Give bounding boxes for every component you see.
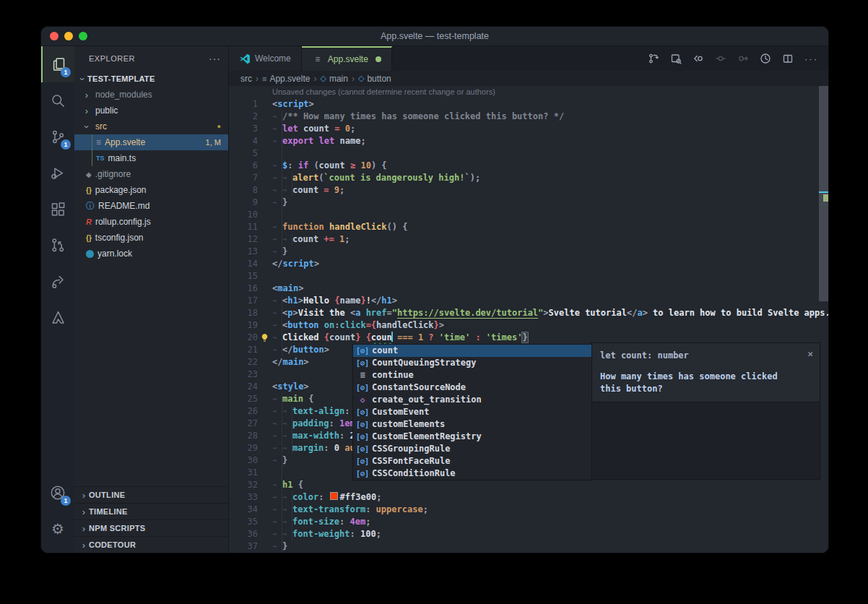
explorer-more-actions-icon[interactable]: ··· (209, 53, 221, 64)
symbol-variable-icon: [⊘] (353, 357, 372, 369)
code-line-14[interactable]: 14</script> (229, 258, 828, 270)
explorer-item--gitignore[interactable]: ◆.gitignore (74, 166, 228, 182)
activity-item-search[interactable] (41, 82, 74, 118)
breadcrumb-item-button[interactable]: ◇button (358, 74, 391, 84)
suggestion-continue[interactable]: ≡continue (353, 369, 591, 381)
activity-item-source-control[interactable]: 1 (41, 118, 74, 155)
code-line-17[interactable]: 17→<h1>Hello {name}!</h1> (229, 295, 828, 307)
activity-item-account[interactable]: 1 (41, 475, 74, 511)
activity-item-live-share[interactable] (41, 263, 74, 299)
activity-item-settings-gear[interactable]: ⚙ (41, 511, 74, 547)
compare-changes-icon[interactable] (648, 53, 659, 64)
tab-welcome[interactable]: Welcome (229, 46, 302, 71)
sidebar-panel-npm-scripts[interactable]: ›NPM SCRIPTS (74, 519, 228, 536)
explorer-item-readme-md[interactable]: ⓘREADME.md (74, 198, 228, 214)
tab-label: Welcome (255, 53, 291, 64)
explorer-item-rollup-config-js[interactable]: Rrollup.config.js (74, 214, 228, 230)
suggestion-constantsourcenode[interactable]: [⊘]ConstantSourceNode (353, 381, 591, 394)
code-line-33[interactable]: 33→→color: #ff3e00; (229, 491, 828, 504)
code-line-4[interactable]: 4→export let name; (229, 135, 828, 147)
suggestion-cssgroupingrule[interactable]: [⊘]CSSGroupingRule (353, 443, 591, 455)
activity-item-github-pr[interactable] (41, 227, 74, 263)
explorer-item-tsconfig-json[interactable]: {}tsconfig.json (74, 230, 228, 246)
activity-item-azure[interactable] (41, 299, 74, 335)
breadcrumb-item-main[interactable]: ◇main (320, 74, 347, 84)
code-line-3[interactable]: 3→let count = 0; (229, 123, 828, 135)
explorer-item-public[interactable]: ›public (74, 103, 228, 118)
code-line-8[interactable]: 8→→count = 9; (229, 184, 828, 197)
code-line-10[interactable]: 10 (229, 209, 828, 221)
breadcrumb-item-src[interactable]: src (240, 74, 252, 84)
breadcrumb-item-app-svelte[interactable]: ≡App.svelte (262, 74, 310, 84)
code-line-6[interactable]: 6→$: if (count ≥ 10) { (229, 160, 828, 172)
sidebar-explorer: EXPLORER ··· › TEST-TEMPLATE ›node_modul… (74, 46, 229, 553)
code-line-15[interactable]: 15 (229, 270, 828, 282)
code-editor[interactable]: Unsaved changes (cannot determine recent… (229, 86, 828, 553)
zoom-window-button[interactable] (79, 32, 87, 40)
code-line-11[interactable]: 11→function handleClick() { (229, 221, 828, 233)
code-line-36[interactable]: 36→→font-weight: 100; (229, 528, 828, 540)
suggestion-create_out_transition[interactable]: ◇create_out_transition (353, 394, 591, 406)
suggestion-countqueuingstrategy[interactable]: [⊘]CountQueuingStrategy (353, 357, 591, 369)
explorer-item-src[interactable]: ›src● (74, 118, 228, 134)
workspace-root-folder[interactable]: › TEST-TEMPLATE (74, 71, 228, 87)
tab-app-svelte[interactable]: ≡App.svelte (302, 46, 392, 71)
line-number: 21 (229, 344, 272, 356)
suggestion-customelementregistry[interactable]: [⊘]CustomElementRegistry (353, 431, 591, 443)
explorer-header: EXPLORER ··· (74, 46, 228, 71)
open-preview-icon[interactable] (670, 53, 682, 64)
activity-item-files[interactable]: 1 (41, 46, 74, 82)
explorer-item-node-modules[interactable]: ›node_modules (74, 87, 228, 103)
code-token: 4em (350, 517, 365, 527)
code-line-18[interactable]: 18→<p>Visit the <a href="https://svelte.… (229, 307, 828, 319)
code-line-7[interactable]: 7→→alert(`count is dangerously high!`); (229, 172, 828, 184)
code-line-32[interactable]: 32→h1 { (229, 479, 828, 491)
navigate-forward-icon[interactable] (737, 53, 749, 64)
code-line-9[interactable]: 9→} (229, 197, 828, 209)
azure-icon (50, 309, 66, 325)
code-line-16[interactable]: 16<main> (229, 282, 828, 295)
minimize-window-button[interactable] (64, 32, 73, 40)
code-line-1[interactable]: 1<script> (229, 98, 828, 111)
code-line-2[interactable]: 2→/** How many times has someone clicked… (229, 111, 828, 123)
titlebar[interactable]: App.svelte — test-template (41, 27, 828, 46)
code-line-13[interactable]: 13→} (229, 246, 828, 258)
code-line-19[interactable]: 19→<button on:click={handleClick}> (229, 319, 828, 332)
suggestion-cssfontfacerule[interactable]: [⊘]CSSFontFaceRule (353, 455, 591, 467)
sidebar-panel-outline[interactable]: ›OUTLINE (74, 486, 228, 503)
explorer-title: EXPLORER (89, 54, 135, 63)
run-profile-icon[interactable] (760, 53, 771, 64)
close-window-button[interactable] (50, 32, 58, 40)
workspace-root-label: TEST-TEMPLATE (87, 74, 155, 83)
suggestion-cssconditionrule[interactable]: [⊘]CSSConditionRule (353, 467, 591, 480)
code-token: 100 (360, 529, 376, 539)
split-editor-icon[interactable] (782, 53, 794, 64)
code-line-5[interactable]: 5 (229, 147, 828, 160)
chevron-right-icon: › (79, 523, 89, 534)
navigate-back-icon[interactable] (693, 53, 704, 64)
explorer-item-package-json[interactable]: {}package.json (74, 182, 228, 198)
code-line-content: →→count = 9; (272, 184, 344, 197)
code-line-12[interactable]: 12→→count += 1; (229, 233, 828, 246)
code-token: alert (292, 173, 318, 183)
code-line-37[interactable]: 37→} (229, 540, 828, 553)
editor-scrollbar[interactable] (819, 86, 828, 301)
explorer-item-yarn-lock[interactable]: yarn.lock (74, 246, 228, 262)
close-icon[interactable]: ✕ (807, 348, 813, 360)
navigate-prev-icon[interactable] (715, 53, 726, 64)
sidebar-panel-timeline[interactable]: ›TIMELINE (74, 503, 228, 519)
explorer-item-main-ts[interactable]: TSmain.ts (74, 150, 228, 166)
code-line-35[interactable]: 35→→font-size: 4em; (229, 516, 828, 528)
suggestion-count[interactable]: [⊘]count (353, 345, 591, 357)
activity-item-extensions[interactable] (41, 191, 74, 227)
sidebar-panel-codetour[interactable]: ›CODETOUR (74, 536, 228, 553)
suggestion-customevent[interactable]: [⊘]CustomEvent (353, 406, 591, 418)
code-line-34[interactable]: 34→→text-transform: uppercase; (229, 504, 828, 516)
more-actions-icon[interactable]: ··· (804, 53, 818, 64)
folder-modified-dot-icon: ● (217, 123, 228, 130)
lightbulb-icon[interactable] (260, 333, 269, 342)
activity-item-run-debug[interactable] (41, 155, 74, 191)
explorer-item-app-svelte[interactable]: ≡App.svelte1, M (74, 134, 228, 150)
suggestion-customelements[interactable]: [⊘]customElements (353, 418, 591, 431)
whitespace-tab-arrow: → (282, 516, 292, 528)
